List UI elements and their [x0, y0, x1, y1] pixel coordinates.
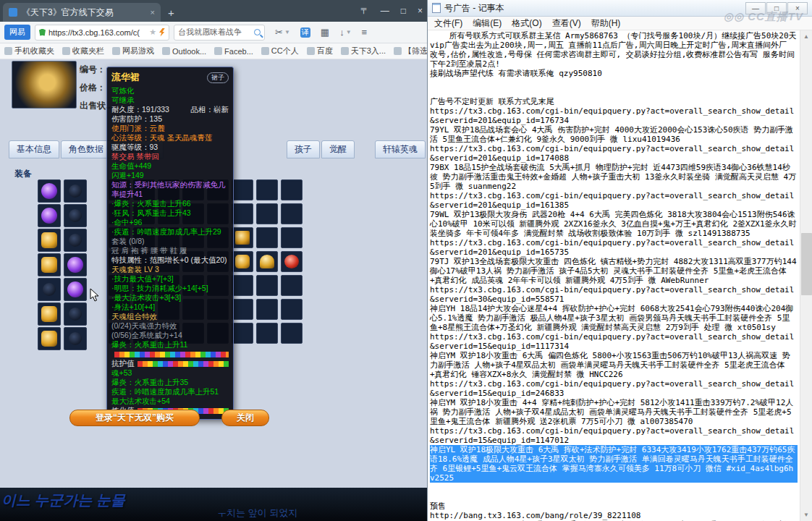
inventory-slot[interactable] — [281, 179, 303, 200]
detail-tab[interactable]: 基本信息 — [9, 140, 59, 158]
tooltip-stat-line: ·疾遁：吟唱速度加成几率上升29 — [111, 227, 229, 237]
equipment-section-label: 装备 — [14, 168, 32, 180]
inventory-slot[interactable] — [232, 251, 253, 272]
equipment-slot[interactable] — [64, 204, 87, 227]
site-button[interactable]: 网易 — [4, 25, 30, 40]
inventory-slot[interactable] — [281, 203, 303, 224]
inventory-slot[interactable] — [256, 251, 278, 272]
tooltip-item-type-badge: 裙子 — [207, 72, 229, 83]
bookmark-item[interactable]: 【筛选“... — [394, 46, 427, 56]
inventory-slot[interactable] — [232, 275, 253, 296]
toolbar-icons: ✂▼ 译 ▦ ↓▼ ≡ — [275, 27, 367, 38]
bookmark-item[interactable]: CC个人 — [261, 46, 299, 56]
inventory-slot[interactable] — [256, 323, 278, 344]
equipment-slot[interactable] — [64, 302, 87, 326]
menu-icon[interactable]: ≡ — [362, 27, 368, 38]
bookmark-item[interactable]: Faceb... — [214, 47, 253, 56]
download-icon[interactable]: ↓▼ — [339, 27, 351, 38]
inventory-slot[interactable] — [232, 323, 253, 344]
browser-tab[interactable]: 《天下3》官方线下交易 × — [3, 3, 161, 22]
detail-tab[interactable]: 孩子 — [287, 140, 320, 158]
bookmark-item[interactable]: Outlook... — [162, 47, 206, 56]
buy-button[interactable]: 登录“天下无双”购买 — [69, 410, 200, 426]
url-input[interactable]: https://tx3.cbg.163.com/c( ★ — [35, 25, 169, 41]
bookmark-item[interactable]: 手机收藏夹 — [4, 46, 54, 56]
tab-title: 《天下3》官方线下交易 — [22, 7, 146, 19]
tooltip-stat-line: 天魂组合特效 — [111, 312, 229, 321]
speed-mode-icon[interactable] — [159, 28, 165, 37]
notepad-menu-item[interactable]: 查看(V) — [547, 17, 586, 30]
notepad-line — [430, 492, 798, 501]
notepad-scrollbar[interactable]: ▲ ▼ — [800, 30, 812, 521]
equipment-slot[interactable] — [64, 278, 87, 301]
detail-tab[interactable]: 觉醒 — [321, 140, 355, 158]
inventory-slot[interactable] — [232, 227, 253, 248]
equipment-slot[interactable] — [38, 302, 61, 326]
scroll-down-icon[interactable]: ▼ — [800, 509, 812, 521]
equipment-slot[interactable] — [64, 327, 87, 350]
inventory-slot[interactable] — [256, 299, 278, 320]
inventory-slot[interactable] — [281, 251, 303, 272]
inventory-slot[interactable] — [281, 299, 303, 320]
apps-grid-icon[interactable]: ▦ — [321, 27, 329, 38]
equipment-slot[interactable] — [64, 229, 87, 252]
minimize-button[interactable]: — — [381, 6, 389, 16]
bookmark-item[interactable]: 网易游戏 — [112, 46, 154, 56]
bookmark-item[interactable]: 天下3入... — [341, 46, 386, 56]
inventory-slot[interactable] — [232, 299, 253, 320]
new-tab-button[interactable]: + — [168, 7, 174, 19]
notepad-text-area[interactable]: 所有号联系方式可联系群主某信 Army5868763 （专门找号服务100块/月… — [428, 30, 800, 521]
close-page-button[interactable]: 关闭 — [221, 410, 269, 426]
tooltip-stat-line: 冠 肩 袍 裤 腰 带 鞋 履 — [111, 246, 229, 255]
equipment-slot[interactable] — [38, 327, 61, 350]
inventory-slot[interactable] — [281, 275, 303, 296]
favorite-star-icon[interactable]: ★ — [149, 27, 156, 37]
bookmark-item[interactable]: 百度 — [307, 46, 333, 56]
inventory-slot[interactable] — [232, 179, 253, 200]
bookmarks-bar: 手机收藏夹 收藏夹栏 网易游戏 Outlook... — [0, 43, 427, 59]
tooltip-stat-line: 伤害防护：135 — [111, 114, 229, 124]
notepad-line: https://tx3.cbg.163.com/cgi-bin/equipque… — [430, 144, 798, 163]
inventory-slot[interactable] — [256, 179, 278, 200]
inventory-slot[interactable] — [281, 227, 303, 248]
equipment-slot[interactable] — [38, 179, 61, 203]
search-input[interactable]: 台我就愿咪着战争 — [174, 25, 265, 41]
scrollbar-thumb[interactable] — [801, 233, 812, 295]
notepad-line: https://tx3.cbg.163.com/cgi-bin/equipque… — [430, 106, 798, 125]
inventory-slot[interactable] — [256, 203, 278, 224]
detail-tab[interactable]: 角色数据 — [61, 140, 111, 158]
notepad-line: 神启YM 双护18小攻重击 4+4 穿精+纯刺防护+护心+完封 5812小攻14… — [430, 398, 798, 426]
maximize-button[interactable]: □ — [401, 6, 406, 16]
bookmark-item[interactable]: 收藏夹栏 — [62, 46, 104, 56]
inventory-slot[interactable] — [281, 323, 303, 344]
translate-icon[interactable]: 译 — [300, 27, 310, 38]
notepad-menu-item[interactable]: 格式(O) — [507, 17, 546, 30]
notepad-menu-item[interactable]: 帮助(H) — [586, 17, 626, 30]
mouse-cursor — [90, 288, 99, 302]
inventory-slot[interactable] — [256, 275, 278, 296]
screenshot-icon[interactable]: ✂▼ — [275, 27, 290, 38]
equipment-slot[interactable] — [38, 229, 61, 252]
inventory-slot[interactable] — [256, 227, 278, 248]
notepad-line — [430, 78, 798, 88]
scroll-up-icon[interactable]: ▲ — [800, 30, 812, 43]
equipment-slot[interactable] — [64, 179, 87, 203]
pin-icon[interactable]: 〒 — [360, 5, 369, 17]
tooltip-stat-line: 抗护值 — [111, 359, 229, 368]
notepad-line: 改号,估价,属性改造,号母保 任何需求咨询群主即可, 交易谈好拉分组,收费标准群… — [430, 50, 798, 69]
equipment-slot[interactable] — [38, 204, 61, 227]
detail-tab[interactable]: 轩辕英魂 — [375, 140, 426, 158]
security-shield-icon — [39, 29, 46, 36]
tab-close-icon[interactable]: × — [151, 8, 155, 17]
bookmark-icon — [162, 47, 170, 55]
close-button[interactable]: × — [418, 6, 423, 16]
tooltip-stat-line: 爆炎：火系重击上升35 — [111, 378, 229, 387]
search-icon[interactable] — [254, 29, 261, 35]
notepad-line: 79BX 18品15护全战场套破伤流 5大禹+抓月 物理防护+完封 近4473四… — [430, 163, 798, 191]
notepad-menu-item[interactable]: 编辑(E) — [468, 17, 507, 30]
equipment-slot[interactable] — [38, 278, 61, 301]
inventory-slot[interactable] — [232, 203, 253, 224]
equipment-slot[interactable] — [38, 253, 61, 276]
equipment-slot[interactable] — [64, 253, 87, 276]
notepad-menu-item[interactable]: 文件(F) — [429, 17, 468, 30]
